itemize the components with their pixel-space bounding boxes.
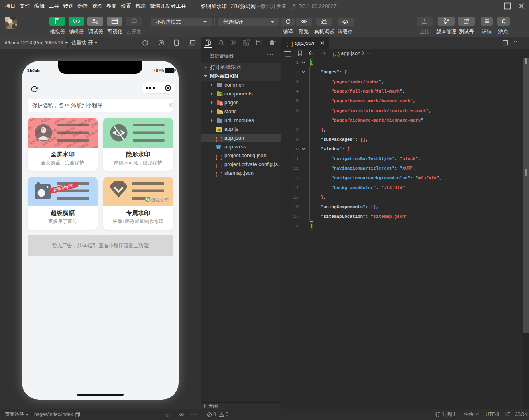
svg-text:JS: JS <box>217 128 221 132</box>
svg-text:隐私水印: 隐私水印 <box>151 197 169 202</box>
